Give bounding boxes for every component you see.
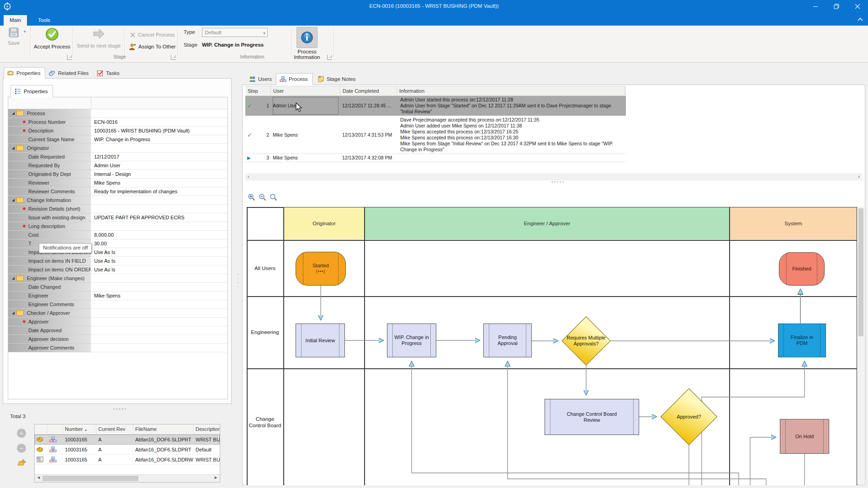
property-row[interactable]: Cost8,000.00 bbox=[8, 231, 228, 239]
file-row[interactable]: 10003165AAbfan16_DOF6.SLDDRWWRIST BUS bbox=[35, 455, 220, 465]
node-on-hold[interactable]: On Hold bbox=[780, 419, 829, 454]
scrollbar-thumb[interactable] bbox=[42, 476, 138, 481]
scroll-right-icon[interactable]: › bbox=[858, 174, 860, 179]
expander-icon[interactable] bbox=[12, 112, 15, 115]
property-row[interactable]: Requested ByAdmin User bbox=[8, 161, 228, 170]
node-wip-change-in-progress[interactable]: WIP. Change in Progress bbox=[387, 324, 436, 357]
property-row[interactable]: Date Requested12/12/2017 bbox=[8, 153, 228, 161]
property-value[interactable]: Use As Is bbox=[91, 257, 228, 265]
property-group-row[interactable]: Originator bbox=[8, 144, 228, 153]
dialog-launcher-icon[interactable] bbox=[67, 55, 72, 60]
tab-process[interactable]: Process bbox=[276, 73, 313, 85]
bom-icon[interactable] bbox=[48, 436, 63, 442]
cancel-process-button[interactable]: Cancel Process bbox=[130, 30, 175, 39]
dialog-launcher-icon[interactable] bbox=[171, 55, 176, 60]
workflow-diagram[interactable]: Originator Engineer / Approver System Al… bbox=[245, 207, 858, 485]
property-value[interactable]: Use As Is bbox=[91, 248, 228, 257]
property-value[interactable] bbox=[91, 326, 228, 335]
property-value[interactable] bbox=[91, 300, 228, 309]
property-row[interactable]: ✱Description10003165 - WRIST BUSHING (PD… bbox=[8, 127, 228, 135]
property-row[interactable]: Date Approved bbox=[8, 326, 228, 335]
property-value[interactable]: 8,000.00 bbox=[91, 231, 228, 239]
vertical-splitter-handle[interactable]: ···· bbox=[236, 272, 240, 291]
step-user[interactable]: Mike Spens bbox=[273, 155, 298, 161]
property-row[interactable]: Impact on items ON ORDERUse As Is bbox=[8, 265, 228, 274]
file-row[interactable]: 10003165AAbfan16_DOF6.SLDPRTDefault bbox=[35, 445, 220, 455]
property-group-row[interactable]: Change Information bbox=[8, 196, 228, 205]
property-value[interactable] bbox=[91, 144, 228, 153]
property-value[interactable]: Admin User bbox=[91, 161, 228, 170]
node-approved[interactable]: Approved? bbox=[669, 397, 709, 437]
combo-arrow-icon[interactable]: ▾ bbox=[263, 29, 265, 37]
property-group-row[interactable]: Engineer (Make changes) bbox=[8, 274, 228, 283]
property-row[interactable]: Impact on items IN FIELDUse As Is bbox=[8, 257, 228, 265]
scroll-left-icon[interactable]: ◄ bbox=[37, 475, 41, 480]
column-current-rev[interactable]: Current Rev bbox=[96, 424, 133, 434]
process-step-row[interactable]: ✓2Mike Spens12/13/2017 4:31:53 PMDave Pr… bbox=[245, 116, 626, 154]
type-combobox[interactable]: Default ▾ bbox=[202, 28, 268, 37]
property-value[interactable]: WIP. Change in Progress bbox=[91, 135, 228, 144]
open-file-button[interactable] bbox=[17, 459, 26, 468]
property-row[interactable]: ReviewerMike Spens bbox=[8, 179, 228, 187]
scroll-left-icon[interactable]: ‹ bbox=[248, 174, 249, 179]
node-ccb-review[interactable]: Change Control Board Review bbox=[545, 399, 639, 435]
property-row[interactable]: Approver decision bbox=[8, 335, 228, 344]
property-value[interactable]: Mike Spens bbox=[91, 179, 228, 187]
property-value[interactable] bbox=[91, 309, 228, 318]
property-row[interactable]: ✱Revision Details (short) bbox=[8, 205, 228, 213]
process-information-button[interactable]: Process Information bbox=[284, 27, 330, 55]
property-value[interactable]: Use As Is bbox=[91, 265, 228, 274]
property-row[interactable]: ✱Process NumberECN-0016 bbox=[8, 118, 228, 127]
property-value[interactable]: 12/12/2017 bbox=[91, 153, 228, 161]
property-row[interactable]: EngineerMike Spens bbox=[8, 292, 228, 300]
tab-tasks[interactable]: Tasks bbox=[94, 68, 124, 79]
file-table-hscrollbar[interactable]: ◄ ► bbox=[35, 474, 220, 482]
property-row[interactable]: Approver Comments bbox=[8, 344, 228, 352]
accept-process-button[interactable]: Accept Process bbox=[31, 27, 73, 55]
property-value[interactable] bbox=[91, 196, 228, 205]
property-value[interactable] bbox=[91, 283, 228, 292]
scroll-right-icon[interactable]: ► bbox=[214, 475, 218, 480]
node-finalize-in-pdm[interactable]: Finalize in PDM bbox=[778, 324, 826, 357]
property-value[interactable] bbox=[91, 318, 228, 326]
column-filename[interactable]: FileName bbox=[133, 424, 194, 434]
property-group-row[interactable]: Process bbox=[8, 109, 228, 118]
property-row[interactable]: ✱Approver bbox=[8, 318, 228, 326]
ribbon-collapse-icon[interactable] bbox=[856, 16, 864, 23]
zoom-reset-icon[interactable] bbox=[269, 193, 278, 202]
remove-file-button[interactable]: − bbox=[17, 444, 26, 453]
tab-related-files[interactable]: Related Files bbox=[46, 68, 93, 79]
tab-main[interactable]: Main bbox=[4, 15, 27, 26]
file-type-icon[interactable] bbox=[35, 446, 48, 452]
property-value[interactable]: Ready for implementation of changes bbox=[91, 187, 228, 196]
property-group-row[interactable]: Checker / Approver bbox=[8, 309, 228, 318]
property-value[interactable]: 30.00 bbox=[91, 239, 228, 248]
restore-button[interactable] bbox=[826, 0, 847, 13]
property-value[interactable]: 10003165 - WRIST BUSHING (PDM Vault) bbox=[91, 127, 228, 135]
inner-tab-properties[interactable]: Properties bbox=[11, 85, 53, 98]
zoom-in-icon[interactable] bbox=[247, 193, 256, 202]
property-value[interactable]: ECN-0016 bbox=[91, 118, 228, 127]
horizontal-splitter-handle[interactable]: ····· bbox=[113, 406, 127, 412]
expander-icon[interactable] bbox=[12, 199, 15, 202]
zoom-out-icon[interactable] bbox=[258, 193, 267, 202]
property-value[interactable] bbox=[91, 222, 228, 231]
property-row[interactable]: Engineer Comments bbox=[8, 300, 228, 309]
file-type-icon[interactable] bbox=[35, 456, 48, 462]
file-type-icon[interactable] bbox=[35, 436, 48, 442]
property-row[interactable]: Current Stage NameWIP. Change in Progres… bbox=[8, 135, 228, 144]
property-value[interactable] bbox=[91, 335, 228, 344]
property-value[interactable] bbox=[91, 344, 228, 352]
minimize-button[interactable] bbox=[805, 0, 826, 13]
column-description[interactable]: Description bbox=[194, 424, 220, 434]
property-row[interactable]: Date Changed bbox=[8, 283, 228, 292]
column-date-completed[interactable]: Date Completed bbox=[340, 86, 397, 95]
column-step[interactable]: Step bbox=[245, 86, 271, 95]
tab-stage-notes[interactable]: Stage Notes bbox=[314, 74, 360, 85]
property-value[interactable] bbox=[91, 109, 228, 118]
node-finished[interactable]: Finished bbox=[779, 252, 825, 286]
step-user[interactable]: Mike Spens bbox=[273, 132, 298, 138]
tab-users[interactable]: Users bbox=[246, 74, 276, 85]
step-user[interactable]: Admin User bbox=[273, 97, 339, 115]
bom-icon[interactable] bbox=[48, 456, 63, 462]
